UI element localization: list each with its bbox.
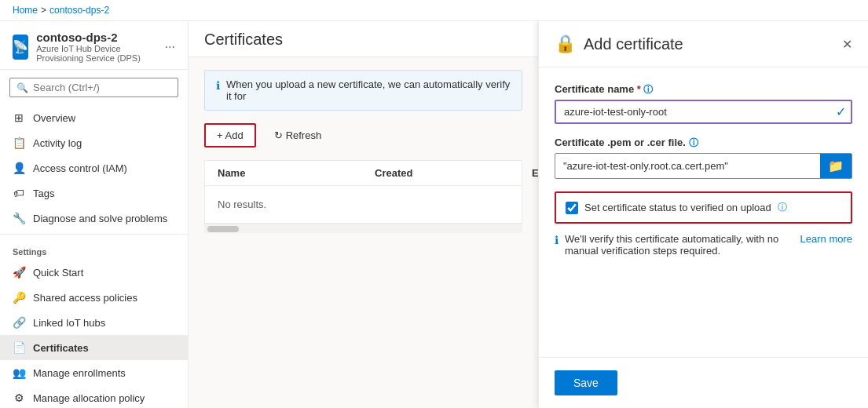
info-banner: ℹ When you upload a new certificate, we … xyxy=(204,70,522,111)
cert-name-group: Certificate name * ⓘ ✓ xyxy=(555,83,852,124)
service-subtitle: Azure IoT Hub Device Provisioning Servic… xyxy=(36,44,156,63)
sidebar-item-diagnose[interactable]: 🔧 Diagnose and solve problems xyxy=(0,206,188,231)
panel-body: Certificate name * ⓘ ✓ Certificate .pem … xyxy=(539,67,868,357)
search-input[interactable] xyxy=(33,82,171,93)
access-control-icon: 👤 xyxy=(13,162,25,174)
sidebar-item-shared-access[interactable]: 🔑 Shared access policies xyxy=(0,285,188,310)
verify-info-text: We'll verify this certificate automatica… xyxy=(565,233,794,257)
content-area: ℹ When you upload a new certificate, we … xyxy=(189,57,538,408)
sidebar-item-linked-iot[interactable]: 🔗 Linked IoT hubs xyxy=(0,310,188,335)
cert-name-check-icon: ✓ xyxy=(831,104,851,119)
checkbox-info-icon[interactable]: ⓘ xyxy=(778,201,787,214)
certificate-panel-icon: 🔒 xyxy=(555,34,576,54)
cert-name-info-icon[interactable]: ⓘ xyxy=(643,84,653,95)
certificates-table: Name Created Expires No results. xyxy=(204,160,522,224)
settings-section-label: Settings xyxy=(0,238,188,260)
quickstart-icon: 🚀 xyxy=(13,266,25,279)
sidebar-item-label: Manage enrollments xyxy=(33,367,126,379)
toolbar: + Add ↻ Refresh xyxy=(204,123,522,148)
verify-on-upload-row: Set certificate status to verified on up… xyxy=(555,191,852,224)
refresh-label: Refresh xyxy=(286,129,322,141)
sidebar-item-label: Manage allocation policy xyxy=(33,392,145,404)
sidebar-item-manage-allocation[interactable]: ⚙ Manage allocation policy xyxy=(0,385,188,408)
sidebar-item-tags[interactable]: 🏷 Tags xyxy=(0,180,188,206)
breadcrumb: Home > contoso-dps-2 xyxy=(0,0,868,21)
breadcrumb-current[interactable]: contoso-dps-2 xyxy=(49,5,109,16)
no-results-text: No results. xyxy=(218,199,266,210)
service-name: contoso-dps-2 xyxy=(36,31,156,44)
more-menu-button[interactable]: ··· xyxy=(165,40,175,54)
horizontal-scrollbar[interactable] xyxy=(204,224,522,233)
sidebar-item-label: Activity log xyxy=(33,137,82,149)
dps-icon: 📡 xyxy=(13,39,28,54)
col-created: Created xyxy=(375,167,532,179)
cert-name-input[interactable] xyxy=(556,101,831,122)
shared-access-icon: 🔑 xyxy=(13,291,25,304)
tags-icon: 🏷 xyxy=(13,187,25,199)
search-box[interactable]: 🔍 xyxy=(9,78,178,97)
cert-file-label: Certificate .pem or .cer file. ⓘ xyxy=(555,137,852,150)
col-expires: Expires xyxy=(532,167,538,179)
verify-info-icon: ℹ xyxy=(555,234,559,246)
sidebar-item-label: Tags xyxy=(33,188,54,199)
panel-title: Add certificate xyxy=(584,35,683,53)
browse-file-button[interactable]: 📁 xyxy=(820,154,852,178)
save-button[interactable]: Save xyxy=(555,370,617,395)
sidebar-item-overview[interactable]: ⊞ Overview xyxy=(0,105,188,130)
main-content: Certificates ℹ When you upload a new cer… xyxy=(189,21,538,408)
search-icon: 🔍 xyxy=(16,82,28,93)
sidebar-item-label: Certificates xyxy=(33,342,89,354)
sidebar-item-label: Linked IoT hubs xyxy=(33,317,105,329)
manage-allocation-icon: ⚙ xyxy=(13,392,25,404)
scrollbar-thumb[interactable] xyxy=(207,226,239,232)
breadcrumb-separator: > xyxy=(41,5,46,16)
checkbox-label: Set certificate status to verified on up… xyxy=(584,202,771,213)
page-header: Certificates xyxy=(189,21,538,57)
table-header: Name Created Expires xyxy=(205,161,522,186)
activity-log-icon: 📋 xyxy=(13,137,25,149)
sidebar-header: 📡 contoso-dps-2 Azure IoT Hub Device Pro… xyxy=(0,21,188,70)
sidebar-item-quickstart[interactable]: 🚀 Quick Start xyxy=(0,260,188,285)
page-title: Certificates xyxy=(204,31,283,48)
linked-iot-icon: 🔗 xyxy=(13,316,25,329)
table-body: No results. xyxy=(205,186,522,223)
overview-icon: ⊞ xyxy=(13,111,25,124)
sidebar-item-label: Access control (IAM) xyxy=(33,162,127,174)
sidebar-item-manage-enrollments[interactable]: 👥 Manage enrollments xyxy=(0,360,188,385)
add-certificate-panel: 🔒 Add certificate ✕ Certificate name * ⓘ… xyxy=(538,21,868,408)
sidebar-item-access-control[interactable]: 👤 Access control (IAM) xyxy=(0,155,188,180)
panel-title-row: 🔒 Add certificate xyxy=(555,34,683,54)
cert-file-group: Certificate .pem or .cer file. ⓘ 📁 xyxy=(555,137,852,179)
sidebar-item-label: Overview xyxy=(33,112,75,124)
panel-header: 🔒 Add certificate ✕ xyxy=(539,21,868,67)
cert-name-label: Certificate name * ⓘ xyxy=(555,83,852,97)
service-icon: 📡 xyxy=(13,35,28,60)
sidebar-item-label: Diagnose and solve problems xyxy=(33,213,167,224)
add-button[interactable]: + Add xyxy=(204,123,256,148)
cert-file-info-icon[interactable]: ⓘ xyxy=(689,137,698,148)
certificates-icon: 📄 xyxy=(13,341,25,354)
verify-checkbox[interactable] xyxy=(566,202,578,214)
required-marker: * xyxy=(637,83,641,95)
diagnose-icon: 🔧 xyxy=(13,212,25,224)
refresh-icon: ↻ xyxy=(274,129,283,141)
verify-info-block: ℹ We'll verify this certificate automati… xyxy=(555,233,852,257)
sidebar-item-certificates[interactable]: 📄 Certificates xyxy=(0,335,188,360)
sidebar-item-activity-log[interactable]: 📋 Activity log xyxy=(0,130,188,155)
cert-file-input-row: 📁 xyxy=(555,153,852,179)
refresh-button[interactable]: ↻ Refresh xyxy=(262,124,334,147)
sidebar: 📡 contoso-dps-2 Azure IoT Hub Device Pro… xyxy=(0,21,189,408)
info-banner-icon: ℹ xyxy=(216,79,220,92)
col-name: Name xyxy=(218,167,375,179)
panel-footer: Save xyxy=(539,357,868,408)
sidebar-item-label: Shared access policies xyxy=(33,292,137,304)
info-banner-text: When you upload a new certificate, we ca… xyxy=(226,78,511,102)
close-panel-button[interactable]: ✕ xyxy=(842,37,852,52)
cert-file-input[interactable] xyxy=(555,155,820,177)
manage-enrollments-icon: 👥 xyxy=(13,366,25,379)
sidebar-item-label: Quick Start xyxy=(33,267,83,279)
learn-more-link[interactable]: Learn more xyxy=(800,233,852,245)
breadcrumb-home[interactable]: Home xyxy=(13,5,38,16)
